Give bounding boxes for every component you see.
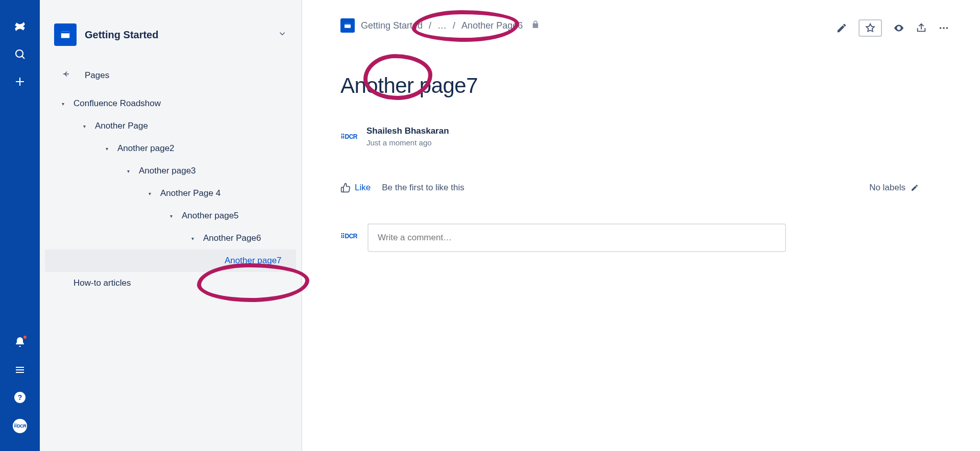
- edit-button[interactable]: [836, 22, 847, 34]
- notifications-icon[interactable]: [14, 336, 26, 348]
- chevron-down-icon[interactable]: ▾: [145, 191, 154, 196]
- like-row: Like Be the first to like this: [340, 183, 949, 193]
- comment-input[interactable]: [368, 223, 786, 252]
- tree-item[interactable]: ▾Another page2: [45, 137, 296, 160]
- chevron-down-icon[interactable]: ▾: [188, 236, 197, 241]
- chevron-down-icon[interactable]: ▾: [80, 123, 89, 129]
- tree-item[interactable]: Another page7: [45, 249, 296, 272]
- breadcrumb-space-icon[interactable]: [340, 18, 355, 33]
- tree-item-label: Another Page: [95, 121, 148, 131]
- page-tree: ▾Confluence Roadshow▾Another Page▾Anothe…: [40, 92, 301, 294]
- back-arrow-icon: [61, 69, 70, 81]
- tree-item-label: Another Page 4: [160, 188, 220, 198]
- tree-item[interactable]: How-to articles: [45, 272, 296, 294]
- breadcrumb-root[interactable]: Getting Started: [361, 20, 423, 31]
- like-label: Like: [355, 183, 371, 193]
- tree-item-label: Another Page6: [203, 233, 261, 243]
- like-button[interactable]: Like: [340, 183, 371, 193]
- tree-item[interactable]: ▾Another Page: [45, 115, 296, 137]
- byline: ⠿DCR Shailesh Bhaskaran Just a moment ag…: [340, 126, 949, 147]
- tree-item[interactable]: ▾Another Page 4: [45, 182, 296, 205]
- like-cta: Be the first to like this: [382, 183, 464, 193]
- chevron-down-icon[interactable]: ▾: [58, 101, 67, 107]
- search-icon[interactable]: [14, 48, 26, 60]
- breadcrumb-ellipsis[interactable]: …: [437, 20, 447, 31]
- chevron-down-icon[interactable]: [278, 29, 287, 40]
- author-name[interactable]: Shailesh Bhaskaran: [366, 126, 449, 136]
- labels-section[interactable]: No labels: [869, 183, 919, 193]
- svg-point-0: [16, 50, 23, 57]
- tree-item[interactable]: ▾Another Page6: [45, 227, 296, 249]
- svg-rect-9: [345, 23, 351, 24]
- comment-row: ⠿DCR: [340, 223, 949, 252]
- space-header[interactable]: Getting Started: [40, 15, 301, 64]
- svg-text:?: ?: [18, 393, 22, 402]
- tree-item-label: Confluence Roadshow: [74, 98, 161, 109]
- tree-item-label: Another page3: [139, 166, 196, 176]
- breadcrumb-sep: /: [453, 20, 455, 31]
- create-icon[interactable]: [14, 76, 26, 88]
- svg-rect-4: [61, 32, 70, 34]
- svg-point-6: [943, 27, 945, 29]
- breadcrumb-sep: /: [429, 20, 431, 31]
- tree-item[interactable]: ▾Confluence Roadshow: [45, 92, 296, 115]
- space-icon: [54, 23, 77, 46]
- space-title: Getting Started: [85, 29, 270, 41]
- tree-item[interactable]: ▾Another page5: [45, 205, 296, 227]
- edit-labels-icon[interactable]: [911, 184, 919, 192]
- star-button[interactable]: [859, 19, 882, 37]
- chevron-down-icon[interactable]: ▾: [124, 168, 133, 174]
- page-action-bar: [836, 19, 949, 37]
- comment-avatar: ⠿DCR: [340, 233, 357, 240]
- tree-item-label: How-to articles: [74, 278, 131, 288]
- breadcrumb-current[interactable]: Another Page6: [461, 20, 523, 31]
- space-sidebar: Getting Started Pages ▾Confluence Roadsh…: [40, 0, 302, 451]
- share-button[interactable]: [916, 22, 927, 34]
- author-avatar[interactable]: ⠿DCR: [340, 133, 357, 140]
- tree-item-label: Another page7: [225, 256, 282, 266]
- confluence-logo-icon[interactable]: [14, 20, 26, 33]
- nav-back-pages[interactable]: Pages: [40, 64, 301, 92]
- menu-icon[interactable]: [14, 364, 26, 376]
- watch-button[interactable]: [893, 22, 904, 34]
- page-title: Another page7: [340, 73, 949, 98]
- notifications-badge: [23, 335, 27, 339]
- tree-item-label: Another page5: [182, 211, 239, 221]
- tree-item-label: Another page2: [117, 143, 175, 154]
- nav-label: Pages: [85, 70, 109, 81]
- chevron-down-icon[interactable]: ▾: [166, 213, 176, 219]
- tree-item[interactable]: ▾Another page3: [45, 160, 296, 182]
- page-main: Getting Started / … / Another Page6 Anot…: [302, 0, 980, 451]
- labels-text: No labels: [869, 183, 905, 193]
- avatar[interactable]: ⠿DCR: [13, 419, 27, 433]
- svg-point-5: [940, 27, 942, 29]
- global-nav-rail: ? ⠿DCR: [0, 0, 40, 451]
- chevron-down-icon[interactable]: ▾: [102, 146, 111, 152]
- help-icon[interactable]: ?: [14, 391, 26, 404]
- page-timestamp: Just a moment ago: [366, 138, 449, 147]
- more-actions-button[interactable]: [938, 22, 949, 34]
- restrictions-icon[interactable]: [531, 20, 540, 32]
- svg-point-7: [946, 27, 948, 29]
